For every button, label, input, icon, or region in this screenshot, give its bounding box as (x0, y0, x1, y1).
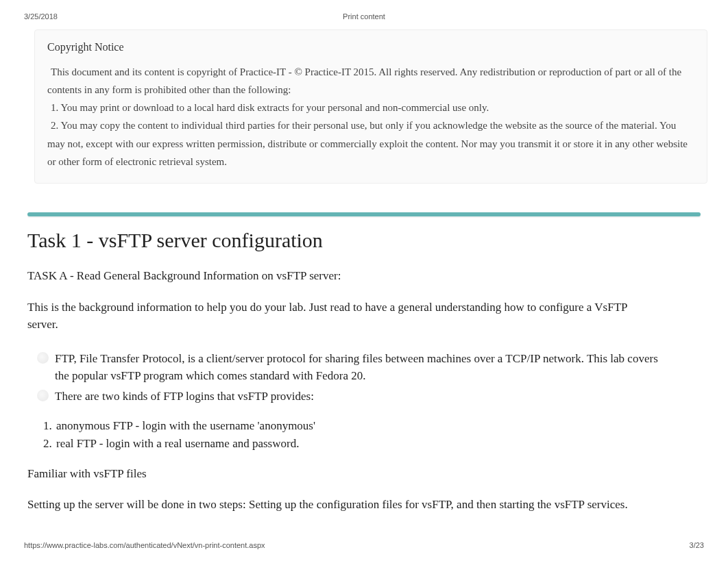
list-item: anonymous FTP - login with the username … (55, 417, 701, 435)
footer-page-number: 3/23 (690, 541, 704, 549)
list-item: real FTP - login with a real username an… (55, 435, 701, 453)
task-a-label: TASK A - Read General Background Informa… (27, 267, 701, 285)
main-content: Task 1 - vsFTP server configuration TASK… (0, 229, 728, 514)
setup-paragraph: Setting up the server will be done in tw… (27, 496, 631, 514)
footer-url: https://www.practice-labs.com/authentica… (24, 541, 265, 549)
copyright-item-2: 2. You may copy the content to individua… (47, 116, 694, 171)
bullet-item: FTP, File Transfer Protocol, is a client… (34, 350, 665, 385)
print-header: 3/25/2018 Print content (0, 0, 728, 26)
intro-paragraph: This is the background information to he… (27, 299, 631, 334)
copyright-item-1: 1. You may print or download to a local … (47, 99, 694, 116)
copyright-heading: Copyright Notice (47, 38, 694, 56)
header-date: 3/25/2018 (24, 12, 58, 21)
section-divider (27, 212, 701, 216)
task-heading: Task 1 - vsFTP server configuration (27, 229, 701, 252)
bullet-list: FTP, File Transfer Protocol, is a client… (34, 350, 701, 405)
header-title: Print content (343, 12, 385, 21)
familiar-files-label: Familiar with vsFTP files (27, 467, 701, 481)
print-footer: https://www.practice-labs.com/authentica… (0, 541, 728, 549)
copyright-notice-box: Copyright Notice This document and its c… (34, 29, 707, 184)
copyright-intro: This document and its content is copyrig… (47, 63, 694, 99)
bullet-item: There are two kinds of FTP logins that v… (34, 388, 665, 405)
numbered-list: anonymous FTP - login with the username … (55, 417, 701, 452)
